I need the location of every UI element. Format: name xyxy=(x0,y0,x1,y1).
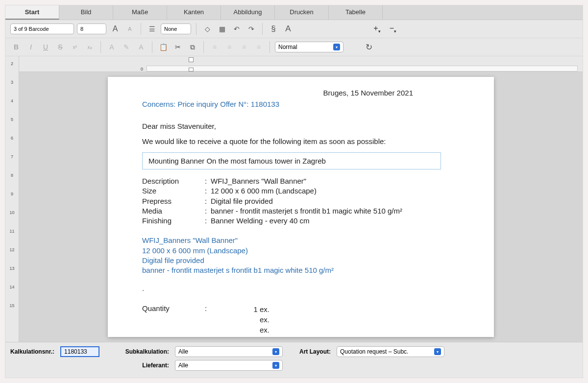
tab-tabelle[interactable]: Tabelle xyxy=(329,5,383,20)
copy-icon[interactable]: ⧉ xyxy=(187,42,198,52)
ruler-tick: 7 xyxy=(5,154,19,159)
indent-marker-bottom[interactable] xyxy=(189,68,194,72)
qty-label: Quantity xyxy=(142,304,201,335)
tab-drucken[interactable]: Drucken xyxy=(275,5,329,20)
highlight-icon[interactable]: A xyxy=(106,42,118,52)
list-style-value: None xyxy=(164,26,177,32)
qty-row: 1 ex. xyxy=(211,304,270,314)
spec-table: Description:WFIJ_Banners "Wall Banner" S… xyxy=(142,176,460,226)
spec-row: Media:banner - frontlit masterjet s fron… xyxy=(142,206,460,216)
vertical-ruler: 2 3 4 5 6 7 8 9 10 11 12 13 14 15 xyxy=(5,56,19,342)
art-label: Art Layout: xyxy=(299,348,334,355)
tab-bild[interactable]: Bild xyxy=(59,5,113,20)
subscript-button[interactable]: x₂ xyxy=(84,42,96,52)
lieferant-select[interactable]: Alle▾ xyxy=(175,360,283,371)
tab-kanten[interactable]: Kanten xyxy=(167,5,221,20)
align-left-icon[interactable]: ≡ xyxy=(209,42,220,52)
ruler-tick: 10 xyxy=(5,210,19,215)
italic-button[interactable]: I xyxy=(25,42,37,52)
list-icon[interactable]: ☰ xyxy=(146,24,158,34)
blue-copy-block: WFIJ_Banners "Wall Banner" 12 000 x 6 00… xyxy=(142,236,460,275)
undo-icon[interactable]: ↶ xyxy=(231,24,243,34)
qty-row: ex. xyxy=(211,325,270,335)
paste-icon[interactable]: 📋 xyxy=(157,42,169,52)
blue-line: Digital file provided xyxy=(142,256,460,265)
zoom-out-icon[interactable]: −▾ xyxy=(390,24,396,34)
doc-subject: Concerns: Price inquiry Offer N°: 118013… xyxy=(142,100,460,108)
separator xyxy=(152,41,152,53)
font-size-value: 8 xyxy=(80,26,83,32)
subkalk-select[interactable]: Alle▾ xyxy=(175,346,283,357)
refresh-icon[interactable]: ↻ xyxy=(363,42,375,52)
font-size-select[interactable]: 8 xyxy=(77,24,106,34)
brush-icon[interactable]: ✎ xyxy=(121,42,132,52)
redo-icon[interactable]: ↷ xyxy=(245,24,257,34)
spec-value: Digital file provided xyxy=(211,196,460,206)
subkalk-label: Subkalkulation: xyxy=(123,348,172,355)
chevron-down-icon: ▾ xyxy=(434,348,441,355)
spec-label: Finishing xyxy=(142,216,201,226)
zoom-in-icon[interactable]: +▾ xyxy=(373,24,380,34)
doc-date: Bruges, 15 November 2021 xyxy=(142,89,413,97)
spec-row: Finishing:Banner Welding - every 40 cm xyxy=(142,216,460,226)
doc-intro: We would like to receive a quote for the… xyxy=(142,137,460,145)
cut-icon[interactable]: ✂ xyxy=(172,42,184,52)
subkalk-value: Alle xyxy=(178,348,188,355)
font-icon[interactable]: A xyxy=(282,24,294,34)
ruler-tick: 13 xyxy=(5,266,19,271)
art-layout-select[interactable]: Quotation request – Subc.▾ xyxy=(337,346,444,357)
paragraph-style-value: Normal xyxy=(278,44,297,50)
font-grow-icon[interactable]: A xyxy=(109,24,121,34)
ribbon-tabs: Start Bild Maße Kanten Abbildung Drucken… xyxy=(5,5,583,20)
font-shrink-icon[interactable]: A xyxy=(124,24,136,34)
align-justify-icon[interactable]: ≡ xyxy=(253,42,265,52)
separator xyxy=(270,41,270,53)
separator xyxy=(141,23,141,35)
document-canvas[interactable]: Bruges, 15 November 2021 Concerns: Price… xyxy=(19,72,583,342)
lieferant-value: Alle xyxy=(178,362,188,369)
tab-start[interactable]: Start xyxy=(5,5,59,20)
separator xyxy=(196,23,196,35)
spec-value: Banner Welding - every 40 cm xyxy=(211,216,460,226)
kalk-input[interactable] xyxy=(60,346,99,357)
lieferant-label: Lieferant: xyxy=(123,362,172,369)
bold-button[interactable]: B xyxy=(10,42,22,52)
font-color-icon[interactable]: A xyxy=(135,42,147,52)
eraser-icon[interactable]: ◇ xyxy=(201,24,213,34)
ruler-tick: 5 xyxy=(5,117,19,122)
qty-row: ex. xyxy=(211,314,270,325)
superscript-button[interactable]: x² xyxy=(69,42,81,52)
toolbar-row-2: B I U S x² x₂ A ✎ A 📋 ✂ ⧉ ≡ ≡ ≡ ≡ Normal… xyxy=(5,38,583,56)
ruler-tick: 8 xyxy=(5,173,19,178)
ruler-tick: 14 xyxy=(5,285,19,289)
spec-value: WFIJ_Banners "Wall Banner" xyxy=(211,176,460,186)
ruler-tick: 15 xyxy=(5,303,19,308)
underline-button[interactable]: U xyxy=(40,42,51,52)
quantity-table: Quantity : 1 ex. ex. ex. xyxy=(142,304,460,335)
blue-line: 12 000 x 6 000 mm (Landscape) xyxy=(142,246,460,256)
font-family-select[interactable]: 3 of 9 Barcode xyxy=(10,24,74,34)
document-page[interactable]: Bruges, 15 November 2021 Concerns: Price… xyxy=(108,77,494,337)
blue-line: banner - frontlit masterjet s frontlit b… xyxy=(142,265,460,275)
chevron-down-icon: ▾ xyxy=(272,362,279,369)
spec-label: Prepress xyxy=(142,196,201,206)
tab-masse[interactable]: Maße xyxy=(113,5,167,20)
align-center-icon[interactable]: ≡ xyxy=(223,42,235,52)
indent-marker-top[interactable] xyxy=(189,57,194,62)
art-value: Quotation request – Subc. xyxy=(340,348,408,355)
chevron-down-icon: ▾ xyxy=(333,44,340,50)
section-icon[interactable]: § xyxy=(268,24,279,34)
ruler-tick: 3 xyxy=(5,80,19,85)
list-style-select[interactable]: None xyxy=(161,24,191,34)
blue-line: WFIJ_Banners "Wall Banner" xyxy=(142,236,460,245)
align-right-icon[interactable]: ≡ xyxy=(238,42,250,52)
doc-dot: . xyxy=(142,284,460,292)
strike-button[interactable]: S xyxy=(54,42,66,52)
border-icon[interactable]: ▦ xyxy=(216,24,228,34)
tab-abbildung[interactable]: Abbildung xyxy=(221,5,275,20)
spec-row: Description:WFIJ_Banners "Wall Banner" xyxy=(142,176,460,186)
separator xyxy=(100,41,101,53)
paragraph-style-select[interactable]: Normal ▾ xyxy=(275,42,343,52)
spec-label: Description xyxy=(142,176,201,186)
doc-salutation: Dear miss Stavenuiter, xyxy=(142,122,460,130)
